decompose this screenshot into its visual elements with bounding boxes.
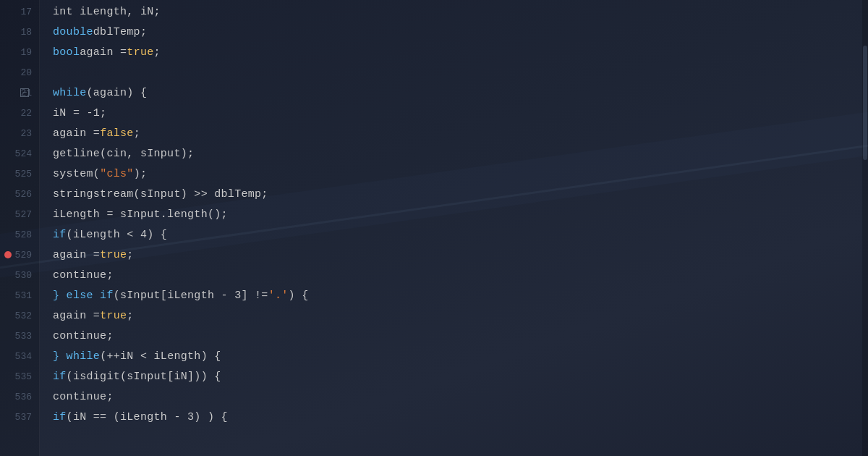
token: again = [53, 310, 100, 322]
code-line-536: continue; [53, 387, 868, 407]
token: ) { [289, 290, 309, 302]
token: getline(cin, sInput); [53, 148, 194, 160]
code-line-18: double dblTemp; [53, 22, 868, 42]
token: true [100, 249, 127, 261]
line-num-533: 533 [0, 326, 39, 346]
code-line-527: iLength = sInput.length(); [53, 204, 868, 224]
token: (isdigit(sInput[iN])) { [67, 371, 221, 383]
token: iLength = sInput.length(); [53, 208, 228, 221]
token: ; [134, 127, 140, 140]
line-num-18: 18 [0, 22, 39, 42]
token: } else if [53, 290, 114, 302]
line-num-20: 20 [0, 62, 39, 83]
code-line-22: iN = -1; [53, 103, 868, 123]
code-editor: 1718192021222352452552652752852953053153… [0, 0, 868, 456]
token: if [53, 411, 67, 423]
token: ); [134, 168, 148, 180]
token: true [127, 46, 153, 59]
token: ; [127, 249, 133, 261]
code-line-21: while (again) { [53, 83, 868, 103]
token: continue; [53, 330, 114, 342]
line-num-23: 23 [0, 123, 39, 143]
token: iN = -1; [53, 107, 106, 119]
code-line-20 [53, 62, 868, 83]
line-num-537: 537 [0, 407, 39, 427]
line-num-535: 535 [0, 366, 39, 387]
token: (iLength < 4) { [67, 229, 168, 241]
token: ; [127, 310, 133, 322]
line-num-528: 528 [0, 224, 39, 245]
code-line-534: } while (++iN < iLength) { [53, 346, 868, 366]
token: ; [154, 46, 161, 59]
code-line-533: continue; [53, 326, 868, 346]
line-num-536: 536 [0, 387, 39, 407]
line-num-531: 531 [0, 285, 39, 305]
token: again = [53, 127, 100, 140]
token: (again) { [87, 87, 148, 99]
token: continue; [53, 391, 114, 403]
code-line-525: system("cls"); [53, 164, 868, 184]
code-line-530: continue; [53, 265, 868, 285]
line-num-22: 22 [0, 103, 39, 123]
token: false [100, 127, 134, 140]
line-number-gutter: 1718192021222352452552652752852953053153… [0, 0, 40, 456]
token: "cls" [100, 168, 134, 180]
token: double [53, 26, 93, 38]
token: } while [53, 350, 100, 363]
line-num-19: 19 [0, 42, 39, 62]
code-line-526: stringstream(sInput) >> dblTemp; [53, 184, 868, 204]
line-num-17: 17 [0, 1, 39, 22]
code-line-528: if (iLength < 4) { [53, 224, 868, 245]
line-num-21: 21 [0, 83, 39, 103]
token: (iN == (iLength - 3) ) { [67, 411, 228, 423]
line-num-525: 525 [0, 164, 39, 184]
token: bool [53, 46, 80, 59]
code-content: int iLength, iN; double dblTemp; bool ag… [40, 0, 868, 456]
token: while [53, 87, 87, 99]
token: again = [53, 249, 100, 261]
line-num-532: 532 [0, 305, 39, 326]
token: again = [80, 46, 127, 59]
code-line-529: again = true; [53, 245, 868, 265]
code-line-531: } else if (sInput[iLength - 3] != '.') { [53, 285, 868, 305]
line-num-527: 527 [0, 204, 39, 224]
token: true [100, 310, 127, 322]
line-num-526: 526 [0, 184, 39, 204]
token: (++iN < iLength) { [100, 350, 221, 363]
code-line-19: bool again = true; [53, 42, 868, 62]
token: '.' [268, 290, 289, 302]
token: stringstream(sInput) >> dblTemp; [53, 188, 268, 200]
token: int iLength, iN; [53, 6, 161, 18]
token: if [53, 371, 67, 383]
code-line-535: if (isdigit(sInput[iN])) { [53, 366, 868, 387]
token: (sInput[iLength - 3] != [114, 290, 268, 302]
code-line-524: getline(cin, sInput); [53, 143, 868, 164]
line-num-529: 529 [0, 245, 39, 265]
token: if [53, 229, 67, 241]
token: dblTemp; [93, 26, 147, 38]
code-line-537: if (iN == (iLength - 3) ) { [53, 407, 868, 427]
code-line-23: again = false; [53, 123, 868, 143]
code-line-17: int iLength, iN; [53, 1, 868, 22]
line-num-524: 524 [0, 143, 39, 164]
token: system( [53, 168, 100, 180]
token: continue; [53, 269, 114, 282]
line-num-530: 530 [0, 265, 39, 285]
line-num-534: 534 [0, 346, 39, 366]
code-line-532: again = true; [53, 305, 868, 326]
